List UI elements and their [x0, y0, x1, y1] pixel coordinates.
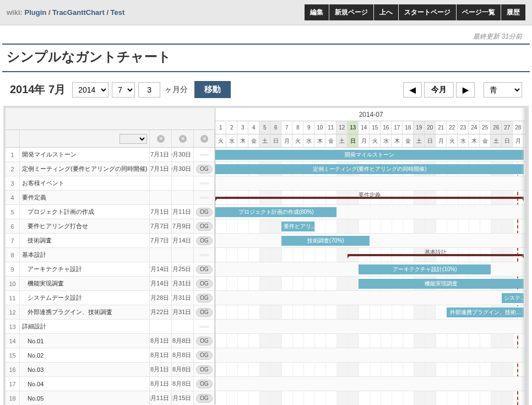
task-list-pane: ✕ ✕ ✕ 1開発マイルストーン7月1日9月30日2定例ミーティング(要件ヒアリ… [6, 108, 215, 405]
task-start: 7月1日 [150, 148, 172, 161]
task-row[interactable]: 12外部連携プラグイン、技術調査7月22日7月31日OG [6, 305, 215, 320]
task-name: 外部連携プラグイン、技術調査 [20, 305, 150, 319]
task-bar[interactable]: 外部連携プラグイン、技術... [447, 307, 524, 317]
weekday-header-cell: 土 [336, 134, 348, 147]
day-header-cell: 10 [314, 121, 325, 134]
task-end: 8月8日 [172, 348, 194, 362]
task-bar[interactable]: 定例ミーティング(要件ヒアリングの同時開催) [215, 164, 524, 174]
task-owner: OG [194, 334, 215, 348]
timeline-row: 機能実現調査 [215, 277, 526, 291]
task-bar[interactable]: 要件ヒアリ... [281, 222, 314, 231]
weekday-header-cell: 木 [314, 134, 325, 147]
history-button[interactable]: 履歴 [501, 4, 525, 20]
task-bar[interactable]: システ... [502, 293, 524, 303]
timeline-row [215, 334, 526, 348]
task-bar[interactable]: 機能実現調査 [359, 279, 524, 289]
task-row[interactable]: 18No.058月11日8月15日OG [6, 391, 215, 405]
go-button[interactable]: 移動 [194, 81, 231, 98]
task-number: 5 [6, 205, 20, 219]
clear-start-icon[interactable]: ✕ [157, 135, 165, 143]
task-row[interactable]: 13詳細設計 [6, 320, 215, 334]
weekday-header-cell: 土 [414, 134, 425, 147]
page-list-button[interactable]: ページ一覧 [457, 4, 501, 20]
day-header-cell: 17 [392, 121, 403, 134]
task-start: 7月14日 [150, 277, 172, 290]
task-end: 7月11日 [172, 205, 194, 219]
task-start: 8月1日 [150, 348, 172, 362]
task-bar[interactable]: プロジェクト計画の作成(80%) [215, 207, 336, 217]
task-bar[interactable]: 技術調査(70%) [281, 236, 370, 246]
task-bar[interactable]: アーキテクチャ設計(10%) [359, 264, 491, 274]
task-number: 8 [6, 248, 20, 262]
day-header-cell: 15 [370, 121, 381, 134]
task-row[interactable]: 2定例ミーティング(要件ヒアリングの同時開催)7月1日9月30日OG [6, 162, 215, 176]
task-row[interactable]: 14No.018月1日8月8日OG [6, 334, 215, 348]
task-name: システムデータ設計 [20, 291, 150, 305]
task-row[interactable]: 16No.038月1日8月8日OG [6, 363, 215, 377]
task-bar[interactable]: 開発マイルストーン [215, 150, 524, 160]
color-select[interactable]: 青 [484, 82, 522, 98]
span-input[interactable] [138, 82, 160, 98]
task-end [172, 176, 194, 190]
task-number: 14 [6, 334, 20, 348]
task-number: 9 [6, 262, 20, 276]
task-row[interactable]: 9アーキテクチャ設計7月14日7月25日OG [6, 262, 215, 277]
day-header-cell: 19 [414, 121, 425, 134]
month-select[interactable]: 7 [112, 82, 135, 98]
task-name: 定例ミーティング(要件ヒアリングの同時開催) [20, 162, 150, 176]
day-header-cell: 9 [303, 121, 314, 134]
weekday-header-cell: 月 [281, 134, 292, 147]
weekday-header-cell: 水 [381, 134, 392, 147]
task-row[interactable]: 15No.028月1日8月8日OG [6, 348, 215, 363]
timeline-pane[interactable]: 2014-07 12345678910111213141516171819202… [215, 108, 526, 405]
task-start [150, 176, 172, 190]
timeline-row: 要件定義 [215, 191, 526, 205]
task-end: 7月31日 [172, 291, 194, 305]
task-row[interactable]: 3お客様イベント [6, 176, 215, 191]
task-number: 11 [6, 291, 20, 305]
edit-button[interactable]: 編集 [305, 4, 329, 20]
name-filter-select[interactable] [120, 134, 147, 144]
task-end: 8月8日 [172, 377, 194, 391]
breadcrumb-link-plugin[interactable]: Plugin [25, 8, 47, 17]
prev-month-button[interactable]: ◀ [403, 82, 422, 98]
day-header-cell: 21 [436, 121, 447, 134]
task-owner [194, 148, 215, 161]
breadcrumb-link-tracganttchart[interactable]: TracGanttChart [52, 8, 105, 17]
task-row[interactable]: 11システムデータ設計7月28日7月31日OG [6, 291, 215, 305]
clear-end-icon[interactable]: ✕ [179, 135, 187, 143]
day-header-cell: 27 [502, 121, 513, 134]
today-button[interactable]: 今月 [424, 82, 454, 98]
start-page-button[interactable]: スタートページ [399, 4, 456, 20]
weekday-header-cell: 月 [359, 134, 370, 147]
toolbar: 編集 新規ページ 上へ スタートページ ページ一覧 履歴 [305, 4, 525, 20]
year-select[interactable]: 2014 [72, 82, 108, 98]
day-header-cell: 7 [281, 121, 292, 134]
timeline-row: 定例ミーティング(要件ヒアリングの同時開催) [215, 162, 526, 176]
day-header-cell: 28 [513, 121, 524, 134]
task-start [150, 191, 172, 204]
task-row[interactable]: 8基本設計 [6, 248, 215, 262]
day-header-cell: 4 [248, 121, 259, 134]
task-owner [194, 320, 215, 333]
task-number: 4 [6, 191, 20, 204]
clear-owner-icon[interactable]: ✕ [200, 135, 208, 143]
up-button[interactable]: 上へ [374, 4, 398, 20]
weekday-header-cell: 木 [392, 134, 403, 147]
task-number: 12 [6, 305, 20, 319]
task-row[interactable]: 10機能実現調査7月14日7月31日OG [6, 277, 215, 291]
date-controls: 2014年 7月 2014 7 ヶ月分 移動 ◀ 今月 ▶ 青 [0, 79, 532, 106]
task-row[interactable]: 17No.048月1日8月8日OG [6, 377, 215, 391]
new-page-button[interactable]: 新規ページ [329, 4, 373, 20]
task-name: No.01 [20, 334, 150, 348]
task-row[interactable]: 5プロジェクト計画の作成7月1日7月11日OG [6, 205, 215, 219]
next-month-button[interactable]: ▶ [456, 82, 475, 98]
weekday-header-cell: 土 [491, 134, 502, 147]
task-row[interactable]: 4要件定義 [6, 191, 215, 205]
breadcrumb-link-test[interactable]: Test [111, 8, 125, 17]
day-header-cell: 18 [403, 121, 414, 134]
timeline-row [215, 391, 526, 405]
task-row[interactable]: 7技術調査7月7日7月14日OG [6, 234, 215, 248]
task-row[interactable]: 1開発マイルストーン7月1日9月30日 [6, 148, 215, 162]
task-row[interactable]: 6要件ヒアリング打合せ7月7日7月9日OG [6, 219, 215, 234]
